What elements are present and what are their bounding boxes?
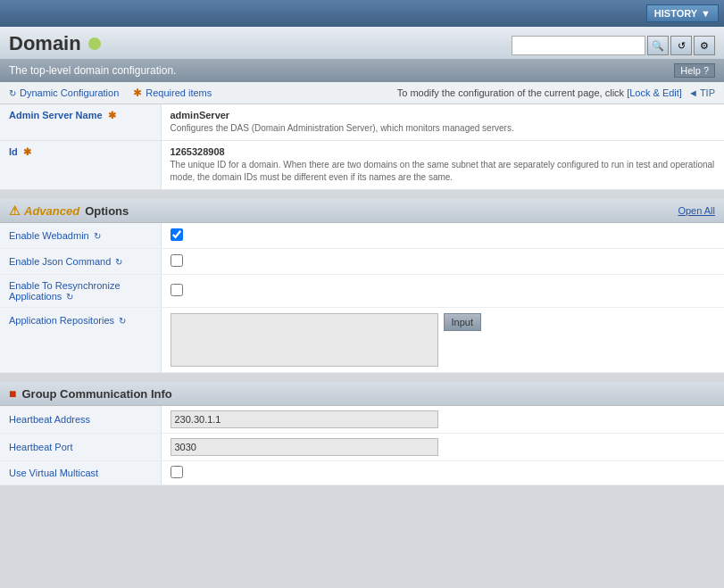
- warning-icon: ⚠: [9, 203, 21, 218]
- enable-json-command-value: [161, 249, 724, 275]
- use-virtual-multicast-value: [161, 461, 724, 485]
- search-bar: 🔍 ↺ ⚙: [512, 36, 715, 55]
- table-row: Heartbeat Address: [0, 406, 724, 434]
- search-button[interactable]: 🔍: [647, 36, 669, 55]
- table-row: Heartbeat Port: [0, 434, 724, 461]
- heartbeat-port-label: Heartbeat Port: [0, 434, 161, 461]
- help-icon: ?: [703, 65, 709, 76]
- heartbeat-port-input[interactable]: [171, 438, 438, 456]
- input-btn-label: Input: [452, 317, 473, 327]
- app-repos-textarea[interactable]: [171, 313, 438, 367]
- heartbeat-address-input[interactable]: [171, 410, 438, 428]
- main-form: Admin Server Name ✱ adminServer Configur…: [0, 104, 724, 190]
- app-repo-area: Input: [171, 313, 716, 367]
- top-bar: HISTORY ▼: [0, 0, 724, 27]
- sync-icon: ↻: [119, 316, 126, 326]
- admin-server-name-desc: Configures the DAS (Domain Administratio…: [171, 123, 514, 133]
- group-comm-header: ■ Group Communication Info: [0, 382, 724, 406]
- tip-text: To modify the configuration of the curre…: [397, 87, 627, 98]
- advanced-options-table: Enable Webadmin ↻ Enable Json Command ↻ …: [0, 223, 724, 373]
- group-comm-icon: ■: [9, 386, 16, 401]
- help-label: Help: [680, 65, 701, 76]
- description-text: The top-level domain configuration.: [9, 64, 176, 77]
- sync-icon: ↻: [66, 292, 73, 302]
- required-items-legend: ✱ Required items: [133, 87, 212, 99]
- tip-icon: ◄ TIP: [688, 87, 715, 98]
- description-bar: The top-level domain configuration. Help…: [0, 59, 724, 82]
- id-desc: The unique ID for a domain. When there a…: [171, 160, 715, 182]
- enable-webadmin-value: [161, 223, 724, 249]
- use-virtual-multicast-checkbox[interactable]: [171, 466, 183, 478]
- settings-icon: ⚙: [700, 40, 709, 52]
- settings-button[interactable]: ⚙: [694, 36, 715, 55]
- search-input[interactable]: [512, 36, 645, 55]
- enable-resync-label: Enable To Resynchronize Applications ↻: [0, 275, 161, 308]
- id-label: Id ✱: [0, 141, 161, 190]
- section-gap-2: [0, 373, 724, 382]
- legend-left: ↻ Dynamic Configuration ✱ Required items: [9, 87, 212, 99]
- lock-edit-link[interactable]: [Lock & Edit]: [627, 87, 682, 98]
- advanced-options-header: ⚠ Advanced Options Open All: [0, 199, 724, 223]
- enable-json-command-label: Enable Json Command ↻: [0, 249, 161, 275]
- heartbeat-address-value: [161, 406, 724, 434]
- required-icon: ✱: [133, 87, 142, 99]
- required-star-icon: ✱: [108, 110, 116, 120]
- table-row: Enable To Resynchronize Applications ↻: [0, 275, 724, 308]
- app-repos-value: Input: [161, 308, 724, 373]
- table-row: Use Virtual Multicast: [0, 461, 724, 485]
- id-value-cell: 1265328908 The unique ID for a domain. W…: [161, 141, 724, 190]
- domain-title-text: Domain: [9, 32, 81, 55]
- enable-resync-checkbox[interactable]: [171, 284, 183, 296]
- group-comm-title: Group Communication Info: [21, 387, 171, 401]
- sync-icon: ↻: [115, 257, 122, 267]
- advanced-title: ⚠ Advanced Options: [9, 203, 129, 218]
- table-row: Enable Webadmin ↻: [0, 223, 724, 249]
- advanced-word: Advanced: [24, 204, 79, 218]
- table-row: Id ✱ 1265328908 The unique ID for a doma…: [0, 141, 724, 190]
- dynamic-config-icon: ↻: [9, 88, 16, 98]
- input-button[interactable]: Input: [444, 313, 481, 331]
- heartbeat-port-value: [161, 434, 724, 461]
- enable-webadmin-label: Enable Webadmin ↻: [0, 223, 161, 249]
- search-icon: 🔍: [652, 40, 664, 52]
- options-word: Options: [85, 204, 129, 218]
- table-row: Admin Server Name ✱ adminServer Configur…: [0, 104, 724, 141]
- enable-json-command-checkbox[interactable]: [171, 254, 183, 267]
- group-comm-section: ■ Group Communication Info Heartbeat Add…: [0, 382, 724, 485]
- status-dot-icon: [88, 37, 101, 50]
- legend-right: To modify the configuration of the curre…: [397, 87, 715, 98]
- dynamic-config-label: Dynamic Configuration: [20, 87, 119, 98]
- advanced-options-section: ⚠ Advanced Options Open All Enable Webad…: [0, 199, 724, 373]
- table-row: Application Repositories ↻ Input: [0, 308, 724, 373]
- heartbeat-address-label: Heartbeat Address: [0, 406, 161, 434]
- open-all-link[interactable]: Open All: [678, 205, 715, 216]
- refresh-icon: ↺: [678, 40, 686, 52]
- admin-server-name-value: adminServer: [171, 110, 716, 120]
- table-row: Enable Json Command ↻: [0, 249, 724, 275]
- page-title: Domain: [9, 32, 101, 55]
- id-value: 1265328908: [171, 146, 716, 157]
- sync-icon: ↻: [94, 231, 101, 241]
- group-comm-table: Heartbeat Address Heartbeat Port Use Vir…: [0, 406, 724, 485]
- id-required-star-icon: ✱: [23, 146, 31, 157]
- section-gap: [0, 190, 724, 199]
- enable-resync-value: [161, 275, 724, 308]
- refresh-button[interactable]: ↺: [670, 36, 692, 55]
- legend-bar: ↻ Dynamic Configuration ✱ Required items…: [0, 82, 724, 104]
- domain-fields-table: Admin Server Name ✱ adminServer Configur…: [0, 104, 724, 190]
- dynamic-config-legend: ↻ Dynamic Configuration: [9, 87, 119, 98]
- app-repos-label: Application Repositories ↻: [0, 308, 161, 373]
- enable-webadmin-checkbox[interactable]: [171, 228, 183, 241]
- history-label: HISTORY: [654, 8, 697, 19]
- admin-server-name-value-cell: adminServer Configures the DAS (Domain A…: [161, 104, 724, 141]
- required-label: Required items: [146, 87, 212, 98]
- admin-server-name-label: Admin Server Name ✱: [0, 104, 161, 141]
- use-virtual-multicast-label: Use Virtual Multicast: [0, 461, 161, 485]
- help-button[interactable]: Help ?: [674, 63, 715, 78]
- history-button[interactable]: HISTORY ▼: [646, 4, 719, 22]
- history-arrow-icon: ▼: [701, 8, 711, 19]
- header-area: Domain 🔍 ↺ ⚙: [0, 27, 724, 59]
